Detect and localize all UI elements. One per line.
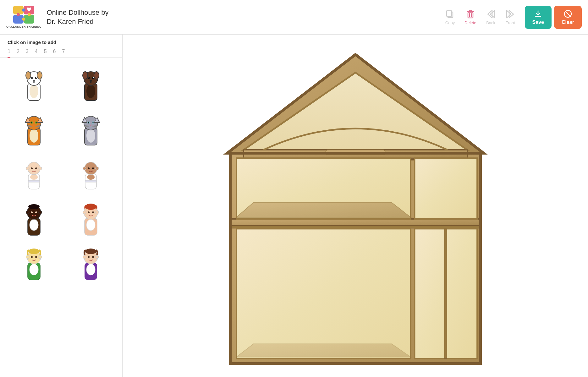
svg-point-25 — [26, 72, 31, 79]
svg-point-99 — [86, 219, 95, 231]
svg-rect-10 — [468, 12, 473, 18]
svg-point-40 — [93, 77, 94, 78]
svg-point-30 — [36, 77, 37, 78]
svg-point-80 — [26, 167, 29, 170]
instruction-bold: Click — [8, 40, 19, 45]
svg-marker-136 — [236, 344, 411, 357]
figure-cat-orange[interactable] — [8, 107, 61, 148]
logo-area: OAKLANDER TRAINING — [6, 6, 42, 29]
figure-dog-brown[interactable] — [64, 63, 118, 104]
svg-point-93 — [28, 204, 40, 209]
svg-point-119 — [92, 256, 94, 258]
svg-point-77 — [28, 162, 40, 175]
svg-point-86 — [88, 167, 90, 169]
figure-person-redhair[interactable] — [64, 197, 118, 238]
svg-point-91 — [30, 219, 38, 231]
instruction-rest: on image to add — [19, 40, 56, 45]
figure-baby-light[interactable] — [8, 152, 61, 193]
svg-point-60 — [84, 116, 98, 130]
svg-point-109 — [28, 249, 40, 254]
tab-5[interactable]: 5 — [44, 49, 47, 58]
logo-icon — [13, 6, 35, 25]
figure-baby-medium[interactable] — [64, 152, 118, 193]
back-label: Back — [486, 20, 495, 25]
svg-point-121 — [96, 255, 99, 259]
svg-rect-9 — [447, 11, 452, 16]
clear-button[interactable]: Clear — [554, 6, 582, 29]
figure-grid-wrapper[interactable] — [0, 60, 122, 377]
figure-dog-white[interactable] — [8, 63, 61, 104]
svg-point-115 — [86, 264, 95, 275]
figure-person-brown-purple[interactable] — [64, 241, 118, 282]
copy-button[interactable]: Copy — [445, 9, 455, 25]
svg-point-107 — [30, 264, 38, 275]
svg-rect-128 — [230, 219, 480, 226]
svg-marker-131 — [236, 203, 411, 217]
svg-point-31 — [33, 80, 35, 82]
svg-point-111 — [35, 256, 37, 258]
svg-point-113 — [39, 255, 42, 259]
svg-point-120 — [83, 255, 86, 259]
figure-person-dark[interactable] — [8, 197, 61, 238]
svg-rect-76 — [28, 180, 40, 182]
svg-point-7 — [28, 13, 31, 16]
svg-point-33 — [86, 84, 95, 98]
svg-point-105 — [96, 211, 99, 214]
front-button[interactable]: Front — [505, 9, 515, 25]
svg-rect-130 — [415, 158, 477, 219]
header: OAKLANDER TRAINING Online Dollhouse by D… — [0, 0, 588, 35]
tab-1[interactable]: 1 — [8, 49, 10, 58]
app-title: Online Dollhouse by Dr. Karen Fried — [47, 8, 440, 26]
svg-point-102 — [88, 211, 90, 213]
svg-point-78 — [31, 167, 33, 169]
front-label: Front — [505, 20, 515, 25]
sidebar: Click on image to add 1 2 3 4 5 6 7 — [0, 35, 123, 377]
svg-point-4 — [22, 8, 25, 12]
canvas-area[interactable] — [123, 35, 588, 377]
figure-cat-grey[interactable] — [64, 107, 118, 148]
svg-rect-19 — [535, 16, 541, 17]
delete-label: Delete — [464, 20, 476, 25]
sidebar-instruction: Click on image to add — [0, 40, 122, 49]
tab-3[interactable]: 3 — [26, 49, 29, 58]
svg-point-79 — [35, 167, 37, 169]
svg-point-38 — [92, 77, 94, 79]
svg-point-87 — [92, 167, 94, 169]
svg-line-21 — [565, 11, 570, 16]
svg-point-118 — [88, 256, 90, 258]
svg-point-104 — [83, 211, 86, 214]
tab-6[interactable]: 6 — [53, 49, 56, 58]
svg-point-97 — [39, 211, 42, 214]
svg-point-75 — [30, 175, 38, 180]
logo-text: OAKLANDER TRAINING — [6, 25, 42, 29]
svg-point-94 — [31, 211, 33, 213]
delete-button[interactable]: Delete — [464, 9, 476, 25]
svg-point-6 — [17, 13, 20, 16]
back-button[interactable]: Back — [486, 9, 496, 25]
svg-point-44 — [27, 116, 41, 130]
svg-point-83 — [87, 175, 95, 180]
figure-person-blonde-green[interactable] — [8, 241, 61, 282]
svg-point-103 — [92, 211, 94, 213]
save-label: Save — [532, 19, 544, 25]
save-button[interactable]: Save — [525, 6, 552, 29]
dollhouse-svg — [214, 41, 497, 371]
toolbar: Copy Delete Back — [445, 6, 582, 29]
svg-marker-124 — [244, 73, 467, 150]
tab-7[interactable]: 7 — [62, 49, 65, 58]
main-content: Click on image to add 1 2 3 4 5 6 7 — [0, 35, 588, 377]
svg-point-52 — [36, 122, 37, 123]
svg-point-5 — [22, 18, 25, 21]
svg-point-59 — [86, 129, 95, 143]
svg-point-29 — [32, 77, 32, 78]
tab-bar: 1 2 3 4 5 6 7 — [0, 49, 122, 58]
svg-point-23 — [30, 84, 38, 98]
svg-point-96 — [26, 211, 29, 214]
tab-4[interactable]: 4 — [35, 49, 38, 58]
svg-point-112 — [26, 255, 29, 259]
svg-point-39 — [89, 77, 89, 78]
tab-2[interactable]: 2 — [17, 49, 19, 58]
svg-point-95 — [35, 211, 37, 213]
svg-point-36 — [94, 72, 99, 79]
svg-point-43 — [30, 129, 38, 143]
